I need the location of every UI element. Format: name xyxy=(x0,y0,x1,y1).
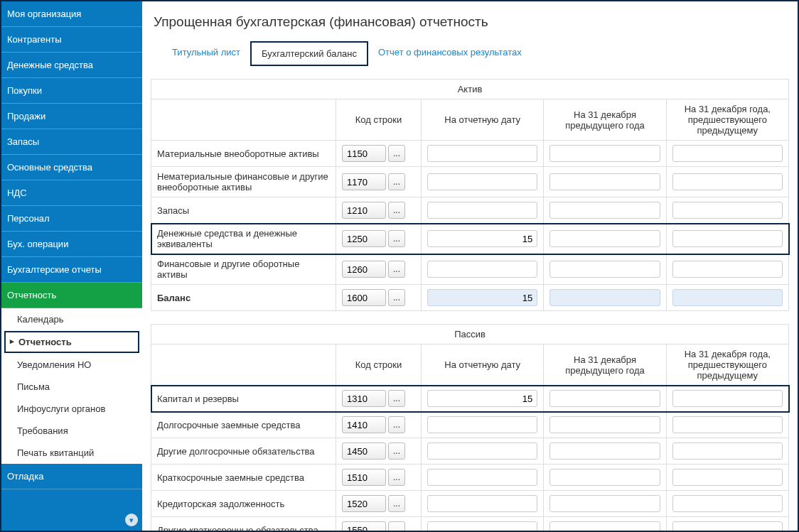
code-input[interactable] xyxy=(342,521,386,531)
value-input[interactable] xyxy=(427,261,537,278)
sidebar-item[interactable]: Продажи xyxy=(1,104,142,129)
tab[interactable]: Титульный лист xyxy=(162,41,250,66)
submenu-item[interactable]: Требования xyxy=(1,420,142,442)
submenu-item[interactable]: Календарь xyxy=(1,308,142,330)
value-cell xyxy=(422,438,544,465)
code-input[interactable] xyxy=(342,416,386,433)
row-label: Денежные средства и денежные эквиваленты xyxy=(151,224,336,254)
value-input[interactable] xyxy=(427,443,537,460)
code-input[interactable] xyxy=(342,202,386,219)
value-input[interactable] xyxy=(672,261,783,278)
sidebar-item[interactable]: Отладка xyxy=(1,464,142,489)
value-input[interactable] xyxy=(549,469,660,486)
code-cell: ... xyxy=(336,167,422,197)
sidebar-item[interactable]: Покупки xyxy=(1,78,142,104)
code-input[interactable] xyxy=(342,495,386,512)
lookup-button[interactable]: ... xyxy=(388,390,405,407)
tabs: Титульный листБухгалтерский балансОтчет … xyxy=(151,41,789,66)
code-input[interactable] xyxy=(342,145,386,162)
code-input[interactable] xyxy=(342,261,386,278)
sidebar-item[interactable]: НДС xyxy=(1,180,142,206)
submenu-item[interactable]: Инфоуслуги органов xyxy=(1,398,142,420)
code-input[interactable] xyxy=(342,469,386,486)
code-input[interactable] xyxy=(342,173,386,190)
value-input[interactable] xyxy=(672,521,783,531)
lookup-button[interactable]: ... xyxy=(388,145,405,162)
value-input[interactable] xyxy=(427,173,537,190)
value-input[interactable] xyxy=(427,495,537,512)
value-input[interactable] xyxy=(549,416,660,433)
scroll-down-button[interactable]: ▾ xyxy=(125,514,138,526)
lookup-button[interactable]: ... xyxy=(388,469,405,486)
lookup-button[interactable]: ... xyxy=(388,202,405,219)
submenu-item[interactable]: Письма xyxy=(1,376,142,398)
value-input[interactable] xyxy=(672,202,783,219)
code-input[interactable] xyxy=(342,390,386,407)
row-label: Другие долгосрочные обязательства xyxy=(151,438,336,465)
value-input[interactable] xyxy=(549,145,660,162)
value-input[interactable] xyxy=(549,390,660,407)
code-input[interactable] xyxy=(342,289,386,306)
tab[interactable]: Отчет о финансовых результатах xyxy=(368,41,532,66)
code-cell: ... xyxy=(336,386,422,412)
sidebar-item[interactable]: Запасы xyxy=(1,129,142,155)
value-input[interactable] xyxy=(672,173,783,190)
sidebar-item[interactable]: Денежные средства xyxy=(1,53,142,78)
row-label: Капитал и резервы xyxy=(151,386,336,412)
table-row: Кредиторская задолженность... xyxy=(151,491,789,517)
value-cell xyxy=(422,254,544,285)
lookup-button[interactable]: ... xyxy=(388,495,405,512)
value-input[interactable] xyxy=(427,230,537,247)
value-input[interactable] xyxy=(427,390,537,407)
submenu-item[interactable]: Печать квитанций xyxy=(1,442,142,464)
sidebar-item[interactable]: Моя организация xyxy=(1,1,142,27)
submenu-item[interactable]: Отчетность xyxy=(4,331,139,353)
sidebar-item[interactable]: Контрагенты xyxy=(1,27,142,53)
value-input[interactable] xyxy=(549,202,660,219)
value-input[interactable] xyxy=(427,145,537,162)
aktiv-table: Актив Код строки На отчетную дату На 31 … xyxy=(151,79,789,311)
value-input[interactable] xyxy=(549,173,660,190)
value-input[interactable] xyxy=(549,521,660,531)
sidebar-item[interactable]: Бухгалтерские отчеты xyxy=(1,257,142,283)
value-input[interactable] xyxy=(549,230,660,247)
tab[interactable]: Бухгалтерский баланс xyxy=(250,41,368,66)
value-input[interactable] xyxy=(672,495,783,512)
code-input[interactable] xyxy=(342,443,386,460)
value-input xyxy=(672,289,783,306)
value-input[interactable] xyxy=(672,469,783,486)
value-input[interactable] xyxy=(672,230,783,247)
sidebar-item[interactable]: Персонал xyxy=(1,206,142,232)
value-input[interactable] xyxy=(549,443,660,460)
lookup-button[interactable]: ... xyxy=(388,521,405,531)
value-input[interactable] xyxy=(427,469,537,486)
passiv-header: Пассив xyxy=(151,325,789,344)
value-cell xyxy=(422,224,544,254)
value-cell xyxy=(422,491,544,517)
value-input[interactable] xyxy=(427,202,537,219)
value-cell xyxy=(544,285,666,311)
lookup-button[interactable]: ... xyxy=(388,261,405,278)
code-cell: ... xyxy=(336,517,422,531)
lookup-button[interactable]: ... xyxy=(388,443,405,460)
row-label: Краткосрочные заемные средства xyxy=(151,465,336,491)
sidebar-item[interactable]: Отчетность xyxy=(1,283,142,308)
lookup-button[interactable]: ... xyxy=(388,230,405,247)
lookup-button[interactable]: ... xyxy=(388,173,405,190)
sidebar-item[interactable]: Бух. операции xyxy=(1,232,142,257)
value-input[interactable] xyxy=(549,495,660,512)
value-input[interactable] xyxy=(672,416,783,433)
row-label: Другие краткосрочные обязательства xyxy=(151,517,336,531)
sidebar-item[interactable]: Основные средства xyxy=(1,155,142,180)
value-input[interactable] xyxy=(672,145,783,162)
code-input[interactable] xyxy=(342,230,386,247)
value-input[interactable] xyxy=(549,261,660,278)
value-input[interactable] xyxy=(427,521,537,531)
lookup-button[interactable]: ... xyxy=(388,416,405,433)
lookup-button[interactable]: ... xyxy=(388,289,405,306)
value-input[interactable] xyxy=(672,443,783,460)
value-input[interactable] xyxy=(427,416,537,433)
col-code-header: Код строки xyxy=(336,344,422,386)
value-input[interactable] xyxy=(672,390,783,407)
submenu-item[interactable]: Уведомления НО xyxy=(1,354,142,376)
